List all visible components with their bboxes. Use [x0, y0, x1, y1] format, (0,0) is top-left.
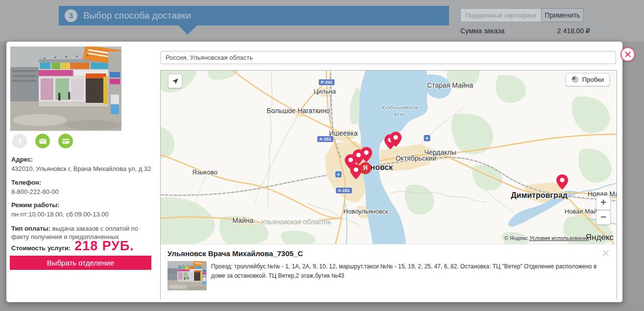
airport-icon	[424, 135, 430, 142]
step-pointer-arrow	[178, 25, 197, 35]
close-icon	[602, 249, 610, 257]
map-pin[interactable]	[390, 132, 402, 147]
map-place-label: Языково	[192, 168, 217, 176]
map-place-label: Новоульяновск	[343, 208, 388, 215]
map-place-label: Куйбышевское вдхр.	[382, 104, 419, 118]
hours-value: пн-пт:10.00-18.00, сб:09.00-13.00	[11, 210, 154, 219]
order-sum-label: Сумма заказа	[460, 27, 504, 35]
traffic-toggle-button[interactable]: Пробки	[566, 73, 610, 86]
yandex-logo: Яндекс	[586, 233, 614, 242]
address-value: 432010, Ульяновск г, Врача Михайлова ул,…	[11, 165, 154, 173]
step-number-badge: 3	[65, 9, 77, 22]
map-overlay: ЦильнаБольшое НагаткиноИшеевкаСтарая Май…	[161, 71, 617, 244]
geolocate-button[interactable]	[168, 74, 182, 88]
navigation-arrow-icon	[171, 77, 179, 85]
payment-card-icon	[58, 134, 73, 148]
selected-map-pin[interactable]: Я	[359, 162, 371, 174]
order-sum-value: 2 418.00 ₽	[544, 27, 590, 35]
pickup-point-description: Проезд: троллейбус №№ - 1, 1А, 2А, 9, 10…	[211, 262, 606, 280]
cost-value: 218 РУБ.	[74, 239, 134, 254]
envelope-icon	[35, 134, 50, 148]
gift-certificate-input[interactable]	[460, 8, 542, 22]
walking-person-icon	[12, 134, 27, 148]
map-pin[interactable]	[556, 174, 568, 190]
phone-value: 8-800-222-80-00	[11, 188, 154, 196]
map-canvas[interactable]: ЦильнаБольшое НагаткиноИшеевкаСтарая Май…	[161, 71, 617, 244]
address-label: Адрес:	[11, 156, 154, 163]
pickup-point-modal: Адрес: 432010, Ульяновск г, Врача Михайл…	[6, 42, 622, 302]
apply-certificate-button[interactable]: Применить	[541, 8, 584, 22]
map-place-label: Димитровград	[511, 191, 568, 200]
pickup-point-thumbnail	[167, 261, 207, 290]
phone-label: Телефон:	[11, 179, 154, 186]
map-place-label: Чердаклы	[424, 148, 456, 156]
map-place-label: Старая Майна	[427, 81, 473, 89]
office-details: Адрес: 432010, Ульяновск г, Врача Михайл…	[11, 156, 154, 241]
checkout-step-header: 3 Выбор способа доставки	[59, 6, 449, 25]
map-place-label: Ишеевка	[329, 129, 358, 137]
road-number-badge: А-151	[336, 188, 352, 193]
step-title: Выбор способа доставки	[83, 6, 191, 25]
close-icon	[624, 51, 631, 58]
map-copyright: © Яндекс Условия использования	[504, 235, 589, 241]
airport-icon	[335, 171, 342, 178]
zoom-in-button[interactable]: +	[596, 195, 611, 210]
map-container: ЦильнаБольшое НагаткиноИшеевкаСтарая Май…	[160, 70, 617, 300]
select-office-button[interactable]: Выбрать отделение	[10, 256, 151, 270]
page-bottom-strip	[0, 302, 644, 311]
hours-label: Режим работы:	[11, 201, 154, 209]
pickup-point-info-panel: Ульяновск Врача Михайлова_7305_С Проезд:…	[161, 244, 617, 300]
road-number-badge: Р-241	[319, 79, 334, 85]
service-cost: Стоимость услуги: 218 РУБ.	[11, 239, 134, 254]
payment-label: Тип оплаты:	[11, 225, 50, 232]
map-place-label: Новая Май	[565, 208, 597, 215]
terms-link[interactable]: Условия использования	[529, 235, 589, 241]
office-feature-icons	[12, 134, 73, 148]
map-place-label: Ульяновская область	[261, 218, 331, 226]
road-number-badge: А-151	[317, 136, 334, 142]
modal-close-button[interactable]	[620, 47, 635, 62]
cost-label: Стоимость услуги:	[11, 244, 71, 252]
map-place-label: Большое Нагаткино	[267, 107, 330, 115]
copyright-text: © Яндекс	[504, 235, 528, 241]
pickup-point-title: Ульяновск Врача Михайлова_7305_С	[167, 249, 303, 258]
map-place-label: Майна	[233, 216, 254, 224]
map-place-label: Цильна	[313, 88, 336, 95]
traffic-label: Пробки	[582, 76, 604, 83]
office-photo	[10, 47, 121, 131]
zoom-out-button[interactable]: −	[596, 210, 611, 225]
info-close-button[interactable]	[602, 249, 610, 259]
traffic-light-icon	[572, 76, 579, 83]
map-search-input[interactable]	[160, 51, 616, 64]
